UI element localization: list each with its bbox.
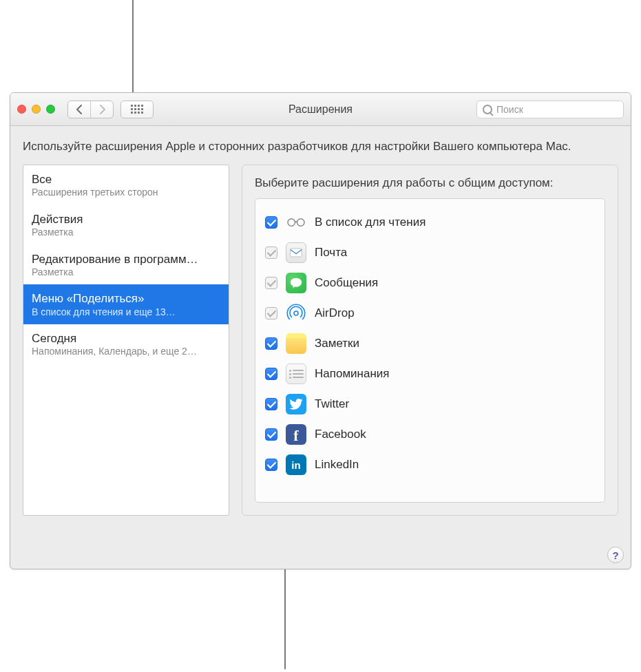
extension-label: Напоминания [315,367,390,381]
checkbox-messages [265,277,277,289]
svg-rect-2 [291,249,302,257]
preferences-window: Расширения Поиск Используйте расширения … [10,92,631,569]
minimize-window-button[interactable] [32,105,41,114]
help-button[interactable]: ? [607,547,624,563]
svg-point-0 [288,219,295,227]
extension-label: Сообщения [315,276,378,290]
extension-row-linkedin: inLinkedIn [265,450,595,480]
grid-icon [131,105,143,114]
glasses-icon [286,212,306,233]
description-text: Используйте расширения Apple и сторонних… [23,140,618,154]
sidebar-category-2[interactable]: Редактирование в программ…Разметка [23,245,229,285]
facebook-icon: f [286,424,306,445]
notes-icon [286,333,306,354]
search-placeholder: Поиск [496,104,523,115]
mail-icon [286,242,306,263]
sidebar-category-title: Редактирование в программ… [32,252,220,266]
category-sidebar: ВсеРасширения третьих сторонДействияРазм… [23,165,229,516]
sidebar-category-subtitle: Разметка [32,227,220,239]
extension-row-twitter: Twitter [265,389,595,419]
titlebar: Расширения Поиск [10,93,631,126]
reminders-icon [286,364,306,384]
twitter-icon [286,394,306,414]
messages-icon [286,273,306,293]
extension-label: В список для чтения [315,216,425,229]
extension-row-messages: Сообщения [265,268,595,298]
extension-row-airdrop: AirDrop [265,298,595,328]
extension-row-notes: Заметки [265,328,595,359]
extension-row-mail: Почта [265,238,595,268]
extensions-list: В список для чтенияПочтаСообщенияAirDrop… [255,198,605,503]
checkbox-twitter[interactable] [265,398,277,410]
sidebar-category-1[interactable]: ДействияРазметка [23,205,229,245]
checkbox-notes[interactable] [265,337,277,350]
columns: ВсеРасширения третьих сторонДействияРазм… [23,165,618,559]
sidebar-category-subtitle: Расширения третьих сторон [32,187,220,199]
extension-row-reminders: Напоминания [265,359,595,389]
extension-label: Twitter [315,397,349,411]
sidebar-category-title: Действия [32,212,220,227]
sidebar-category-subtitle: Напоминания, Календарь, и еще 2… [32,346,220,358]
forward-button[interactable] [91,101,113,118]
checkbox-facebook[interactable] [265,428,277,441]
checkbox-reading-list[interactable] [265,216,277,229]
pane-heading: Выберите расширения для работы с общим д… [255,176,605,190]
extension-label: Почта [315,246,347,260]
window-body: Используйте расширения Apple и сторонних… [10,126,631,569]
zoom-window-button[interactable] [46,105,55,114]
sidebar-category-title: Сегодня [32,331,220,346]
help-icon: ? [612,549,618,561]
extension-row-facebook: fFacebook [265,419,595,450]
linkedin-icon: in [286,454,306,475]
checkbox-linkedin[interactable] [265,459,277,471]
back-button[interactable] [68,101,90,118]
checkbox-mail [265,246,277,259]
sidebar-category-subtitle: Разметка [32,266,220,279]
sidebar-category-3[interactable]: Меню «Поделиться»В список для чтения и е… [23,284,229,324]
sidebar-category-0[interactable]: ВсеРасширения третьих сторон [23,165,229,205]
extension-label: Facebook [315,428,366,441]
close-window-button[interactable] [17,105,26,114]
checkbox-reminders[interactable] [265,368,277,380]
extension-label: LinkedIn [315,458,359,472]
extension-row-reading-list: В список для чтения [265,207,595,238]
airdrop-icon [286,303,306,324]
svg-point-1 [297,219,305,227]
checkbox-airdrop [265,307,277,319]
extension-label: AirDrop [315,306,355,320]
nav-back-forward[interactable] [67,101,114,118]
sidebar-category-title: Меню «Поделиться» [32,291,220,306]
sidebar-category-subtitle: В список для чтения и еще 13… [32,306,220,319]
show-all-button[interactable] [120,101,154,118]
sidebar-category-title: Все [32,172,220,187]
svg-point-3 [294,311,298,315]
traffic-lights [17,105,55,114]
search-field[interactable]: Поиск [476,101,624,118]
sidebar-category-4[interactable]: СегодняНапоминания, Календарь, и еще 2… [23,324,229,364]
search-icon [483,105,492,114]
extension-label: Заметки [315,337,359,350]
extensions-pane: Выберите расширения для работы с общим д… [242,165,618,516]
